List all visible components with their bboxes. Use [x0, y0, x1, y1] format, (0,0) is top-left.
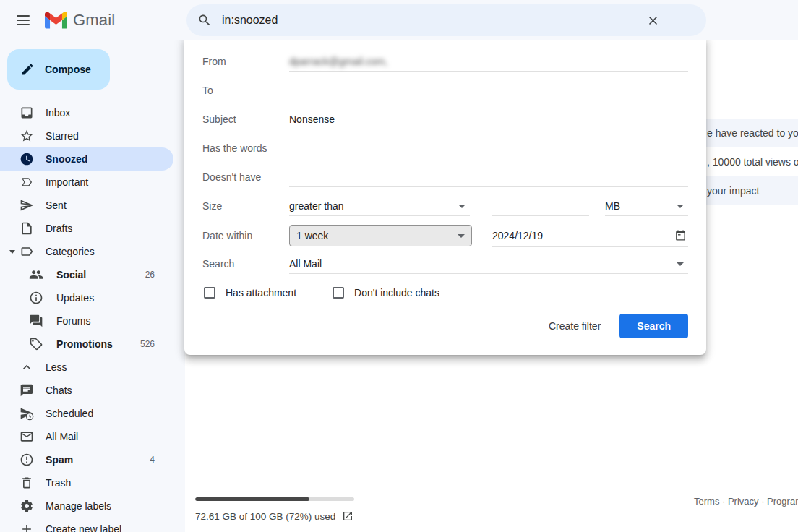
date-range-select[interactable]: 1 week — [289, 225, 472, 246]
sidebar-nav: Inbox Starred Snoozed Important Sent Dra… — [0, 101, 185, 532]
dropdown-arrow-icon — [677, 262, 684, 266]
storage-usage-text: 72.61 GB of 100 GB (72%) used — [195, 511, 335, 522]
date-within-label: Date within — [202, 230, 289, 241]
sidebar: Compose Inbox Starred Snoozed Important … — [0, 40, 185, 532]
snoozed-clock-icon — [20, 152, 34, 166]
to-input[interactable] — [289, 80, 688, 100]
doesnt-have-input[interactable] — [289, 167, 688, 187]
dont-include-chats-checkbox[interactable] — [332, 287, 344, 299]
filter-row-from: From dparrack@gmail.com, — [202, 51, 688, 72]
main-menu-icon[interactable] — [6, 3, 40, 38]
size-operator-select[interactable]: greater than — [289, 196, 470, 216]
close-icon[interactable] — [641, 9, 664, 32]
filter-row-has-words: Has the words — [202, 138, 688, 158]
unread-count: 4 — [150, 455, 155, 465]
storage-meter: 72.61 GB of 100 GB (72%) used — [195, 497, 354, 522]
gear-icon — [20, 499, 34, 513]
chevron-up-icon — [20, 360, 34, 374]
sidebar-item-categories[interactable]: Categories — [0, 240, 173, 263]
scheduled-send-icon — [20, 406, 34, 421]
dropdown-arrow-icon — [458, 234, 465, 238]
sidebar-item-chats[interactable]: Chats — [0, 379, 173, 402]
filter-row-subject: Subject Nonsense — [202, 109, 688, 129]
star-icon — [20, 129, 34, 143]
from-input[interactable]: dparrack@gmail.com, — [289, 51, 688, 72]
search-scope-select[interactable]: All Mail — [289, 254, 688, 274]
search-filter-panel: From dparrack@gmail.com, To Subject Nons… — [184, 37, 706, 355]
important-label-icon — [20, 175, 34, 189]
gmail-logo[interactable]: Gmail — [45, 11, 115, 30]
trash-icon — [20, 476, 34, 490]
compose-button[interactable]: Compose — [7, 49, 110, 90]
sidebar-item-starred[interactable]: Starred — [0, 124, 173, 147]
to-label: To — [202, 85, 289, 96]
filter-row-size: Size greater than MB — [202, 196, 688, 216]
spam-alert-icon — [20, 452, 34, 467]
sidebar-item-promotions[interactable]: Promotions 526 — [0, 332, 173, 356]
sidebar-item-updates[interactable]: Updates — [0, 286, 173, 309]
forum-icon — [29, 314, 43, 328]
search-bar[interactable]: in:snoozed — [186, 4, 706, 36]
size-value-input[interactable] — [492, 196, 589, 216]
sidebar-item-important[interactable]: Important — [0, 171, 173, 194]
sidebar-item-snoozed[interactable]: Snoozed — [0, 147, 173, 171]
has-attachment-label: Has attachment — [226, 287, 296, 299]
chevron-down-icon[interactable] — [9, 250, 16, 254]
filter-row-doesnt-have: Doesn't have — [202, 167, 688, 187]
info-icon — [29, 291, 43, 305]
filter-checkbox-row: Has attachment Don't include chats — [202, 283, 439, 303]
dropdown-arrow-icon — [458, 205, 466, 208]
unread-count: 526 — [140, 339, 155, 349]
email-snippet: e have reacted to yo — [707, 127, 798, 139]
sidebar-item-sent[interactable]: Sent — [0, 194, 173, 217]
date-input[interactable]: 2024/12/19 — [492, 224, 688, 247]
subject-input[interactable]: Nonsense — [289, 109, 688, 129]
storage-progress-fill — [195, 497, 309, 501]
from-value-redacted: dparrack@gmail.com, — [289, 56, 387, 67]
footer-links-text[interactable]: Terms · Privacy · Program P — [694, 496, 798, 507]
chat-icon — [20, 383, 34, 398]
sidebar-item-spam[interactable]: Spam 4 — [0, 448, 173, 471]
create-filter-button[interactable]: Create filter — [540, 314, 609, 338]
filter-row-search-scope: Search All Mail — [202, 254, 688, 274]
filter-row-date: Date within 1 week 2024/12/19 — [202, 224, 688, 247]
filter-row-to: To — [202, 80, 688, 100]
sidebar-item-drafts[interactable]: Drafts — [0, 217, 173, 240]
size-unit-select[interactable]: MB — [605, 196, 688, 216]
sidebar-item-create-new-label[interactable]: Create new label — [0, 518, 173, 532]
people-icon — [29, 267, 43, 282]
email-snippet: your impact — [707, 185, 759, 197]
subject-value: Nonsense — [289, 113, 335, 125]
sidebar-item-scheduled[interactable]: Scheduled — [0, 402, 173, 425]
calendar-icon[interactable] — [674, 229, 687, 241]
search-icon[interactable] — [197, 13, 212, 27]
email-snippet: , 10000 total views o — [707, 156, 798, 168]
sidebar-item-manage-labels[interactable]: Manage labels — [0, 494, 173, 518]
sidebar-item-forums[interactable]: Forums — [0, 309, 173, 332]
date-value: 2024/12/19 — [492, 230, 543, 241]
dropdown-arrow-icon — [677, 205, 684, 208]
draft-file-icon — [20, 221, 34, 236]
gmail-m-icon — [45, 12, 67, 29]
gmail-wordmark: Gmail — [73, 11, 115, 30]
has-words-label: Has the words — [202, 142, 289, 154]
search-input[interactable]: in:snoozed — [222, 14, 278, 27]
sidebar-item-inbox[interactable]: Inbox — [0, 101, 173, 124]
has-attachment-checkbox[interactable] — [204, 287, 215, 299]
sidebar-item-social[interactable]: Social 26 — [0, 263, 173, 286]
inbox-icon — [20, 106, 34, 120]
sidebar-item-all-mail[interactable]: All Mail — [0, 425, 173, 448]
unread-count: 26 — [145, 270, 155, 280]
has-words-input[interactable] — [289, 138, 688, 158]
search-scope-label: Search — [202, 258, 289, 270]
filter-buttons: Create filter Search — [540, 314, 688, 338]
doesnt-have-label: Doesn't have — [202, 171, 289, 183]
search-button[interactable]: Search — [619, 314, 688, 338]
compose-label: Compose — [45, 64, 91, 75]
from-label: From — [202, 56, 289, 67]
sidebar-item-less[interactable]: Less — [0, 356, 173, 379]
open-in-new-icon[interactable] — [342, 510, 353, 522]
label-icon — [20, 244, 34, 259]
tag-icon — [29, 337, 43, 351]
sidebar-item-trash[interactable]: Trash — [0, 471, 173, 494]
